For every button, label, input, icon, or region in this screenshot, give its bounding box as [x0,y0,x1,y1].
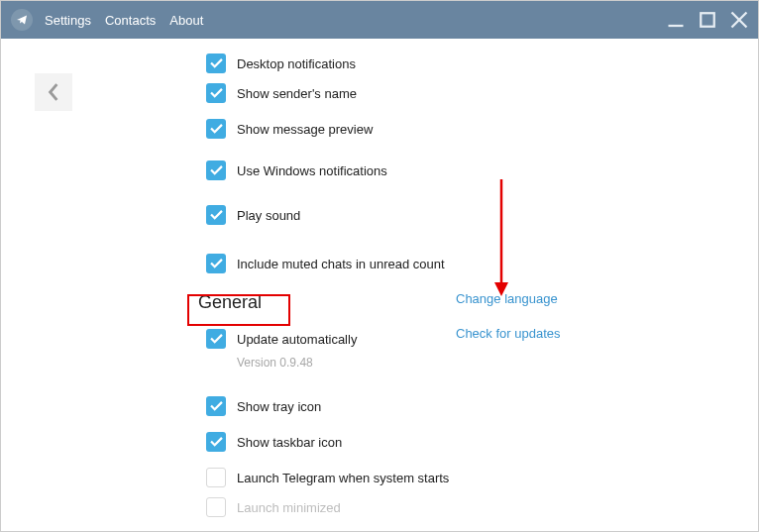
check-updates-link[interactable]: Check for updates [456,326,561,341]
play-sound-label: Play sound [237,208,300,223]
menu-settings[interactable]: Settings [45,13,91,28]
maximize-button[interactable] [699,11,716,29]
desktop-notifications-row: Desktop notifications [206,49,721,78]
general-title: General [198,292,262,313]
settings-content: Desktop notifications Show sender's name… [206,49,721,522]
svg-rect-1 [701,13,714,27]
general-section-header: General Change language [198,288,721,316]
window-controls [667,11,748,29]
update-automatically-checkbox[interactable] [206,329,226,349]
show-preview-row: Show message preview [206,108,721,150]
desktop-notifications-label: Desktop notifications [237,56,356,71]
menu-about[interactable]: About [169,13,203,28]
include-muted-row: Include muted chats in unread count [206,239,721,288]
launch-startup-label: Launch Telegram when system starts [237,471,449,485]
launch-minimized-label: Launch minimized [237,500,341,515]
version-text: Version 0.9.48 [237,356,721,370]
launch-startup-checkbox[interactable] [206,468,226,487]
minimize-button[interactable] [667,11,685,29]
windows-notifications-checkbox[interactable] [206,160,226,180]
show-tray-checkbox[interactable] [206,396,226,416]
play-sound-checkbox[interactable] [206,205,226,225]
main-menu: Settings Contacts About [45,13,203,28]
show-sender-row: Show sender's name [206,78,721,108]
show-taskbar-row: Show taskbar icon [206,421,721,463]
show-tray-label: Show tray icon [237,399,321,414]
play-sound-row: Play sound [206,191,721,239]
show-sender-checkbox[interactable] [206,83,226,103]
menu-contacts[interactable]: Contacts [105,13,156,28]
change-language-link[interactable]: Change language [456,291,558,306]
show-preview-label: Show message preview [237,122,373,137]
launch-startup-row: Launch Telegram when system starts [206,463,721,492]
back-button[interactable] [35,73,72,111]
include-muted-label: Include muted chats in unread count [237,257,445,271]
show-taskbar-label: Show taskbar icon [237,435,342,450]
show-sender-label: Show sender's name [237,86,357,101]
windows-notifications-label: Use Windows notifications [237,163,387,178]
show-tray-row: Show tray icon [206,391,721,421]
windows-notifications-row: Use Windows notifications [206,150,721,191]
launch-minimized-row: Launch minimized [206,492,721,522]
close-button[interactable] [730,11,748,29]
include-muted-checkbox[interactable] [206,254,226,273]
update-automatically-row: Update automatically Check for updates [206,324,721,354]
update-automatically-label: Update automatically [237,332,357,347]
desktop-notifications-checkbox[interactable] [206,53,226,73]
launch-minimized-checkbox [206,497,226,517]
show-taskbar-checkbox[interactable] [206,432,226,452]
app-logo [11,9,33,31]
titlebar: Settings Contacts About [1,1,758,39]
show-preview-checkbox[interactable] [206,119,226,139]
